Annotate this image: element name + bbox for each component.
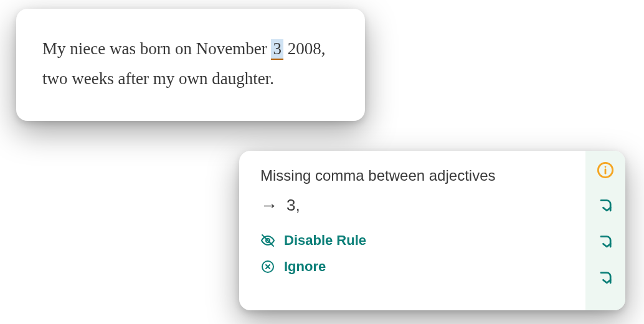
next-suggestion-button-1[interactable] — [596, 198, 615, 217]
ignore-label: Ignore — [284, 259, 326, 275]
suggestion-title: Missing comma between adjectives — [260, 167, 571, 184]
arrow-down-right-icon — [597, 198, 614, 217]
editor-card: My niece was born on November 3 2008, tw… — [16, 9, 365, 121]
info-button[interactable] — [596, 162, 615, 181]
svg-point-7 — [605, 166, 607, 168]
next-suggestion-button-2[interactable] — [596, 234, 615, 253]
arrow-down-right-icon — [597, 234, 614, 254]
highlighted-token[interactable]: 3 — [271, 39, 283, 60]
ignore-button[interactable]: Ignore — [260, 259, 571, 275]
suggestion-main: Missing comma between adjectives → 3, Di… — [239, 151, 585, 310]
disable-rule-button[interactable]: Disable Rule — [260, 232, 571, 249]
arrow-right-icon: → — [260, 197, 278, 214]
replacement-text: 3, — [286, 196, 300, 215]
eye-off-icon — [260, 233, 275, 248]
editor-text[interactable]: My niece was born on November 3 2008, tw… — [42, 34, 339, 93]
disable-rule-label: Disable Rule — [284, 232, 366, 249]
info-icon — [597, 161, 614, 181]
apply-replacement-button[interactable]: → 3, — [260, 196, 571, 215]
next-suggestion-button-3[interactable] — [596, 270, 615, 289]
sentence-before: My niece was born on November — [42, 39, 271, 58]
x-circle-icon — [260, 259, 275, 274]
suggestion-card: Missing comma between adjectives → 3, Di… — [239, 151, 625, 310]
suggestion-sidebar — [585, 151, 625, 310]
arrow-down-right-icon — [597, 270, 614, 290]
